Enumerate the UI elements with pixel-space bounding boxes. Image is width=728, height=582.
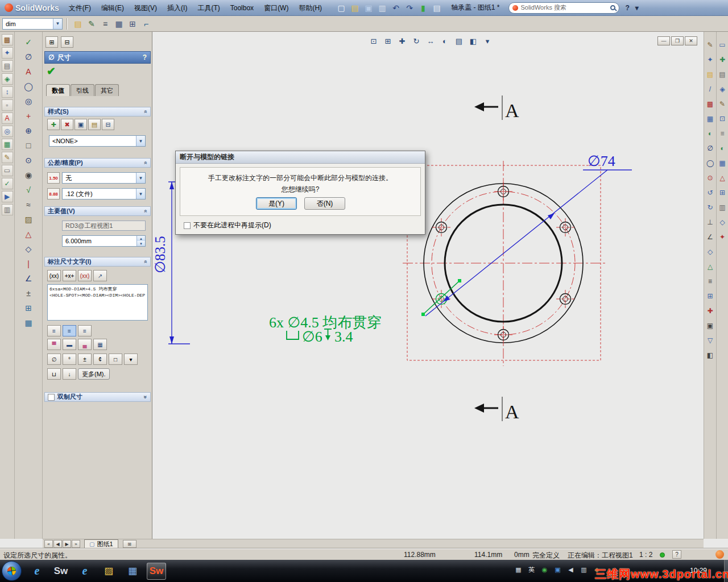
solidworks-quicklaunch-icon[interactable]: Sw [51, 563, 71, 580]
menu-file[interactable]: 文件(F) [64, 2, 96, 14]
right-tool-icon[interactable]: ◯ [705, 158, 715, 168]
general-table-icon[interactable]: ▦ [21, 316, 36, 329]
load-style-icon[interactable]: ▤ [88, 119, 101, 130]
network-tray-icon[interactable]: ▥ [579, 565, 589, 575]
solidworks-taskbar-button[interactable]: Sw [147, 563, 166, 580]
toolbar-collapse-icon[interactable]: ▾ [635, 4, 639, 12]
add-style-icon[interactable]: ✚ [47, 119, 60, 130]
collapse-chevron-icon[interactable]: » [143, 210, 149, 213]
shaded-display-icon[interactable]: ◐ [439, 35, 451, 47]
graphics-area[interactable]: ∅74 ∅83.5 6x ∅4.5 均布贯穿 ∅6 [152, 32, 704, 539]
right-tool-icon[interactable]: △ [705, 261, 715, 272]
zoom-area-icon[interactable]: ⊞ [382, 35, 394, 47]
counterbore-depth-text[interactable]: 3.4 [334, 329, 353, 345]
spin-down-icon[interactable]: ▼ [136, 241, 145, 246]
dim-value-button[interactable]: (xx) [47, 270, 61, 281]
rotate-view-icon[interactable]: ↻ [410, 35, 423, 47]
yes-button[interactable]: 是(Y) [256, 197, 297, 210]
search-input[interactable] [520, 5, 608, 11]
panel-strip-icon[interactable]: ✦ [717, 232, 727, 242]
dropdown-arrow-icon[interactable]: ▼ [136, 189, 145, 199]
doc-close-button[interactable]: ✕ [685, 36, 697, 45]
centerline-icon[interactable]: ∣ [21, 257, 36, 270]
dialog-title-bar[interactable]: 断开与模型的链接 [176, 151, 425, 164]
tolerance-type-dropdown[interactable]: 无 ▼ [62, 172, 146, 184]
left-strip-icon[interactable]: A [2, 113, 13, 124]
style-dropdown[interactable]: <NONE> ▼ [49, 135, 146, 147]
degree-symbol-button[interactable]: ° [63, 354, 76, 365]
surface-finish-icon[interactable]: √ [21, 183, 36, 196]
dim-prefix-button[interactable]: +x+ [63, 270, 76, 281]
more-symbols-dropdown[interactable]: ▾ [124, 354, 138, 365]
centerline-symbol-button[interactable]: ¢ [93, 354, 107, 365]
dual-dimension-section-header[interactable]: 双制尺寸 » [44, 392, 151, 402]
dimension-text-box[interactable]: 6xsa<MOD-DIAM>4.5 均布贯穿 <HOLE-SPOT><MOD-D… [47, 284, 148, 321]
folder-quicklaunch-icon[interactable]: ▨ [99, 563, 118, 580]
options-list-icon[interactable]: ▤ [431, 2, 443, 14]
right-tool-icon[interactable]: ◐ [705, 128, 715, 139]
menu-insert[interactable]: 插入(I) [162, 2, 192, 14]
spin-up-icon[interactable]: ▲ [136, 236, 145, 241]
dimension-name-field[interactable]: RD3@工程视图1 [62, 221, 146, 231]
left-strip-icon[interactable]: ◈ [2, 73, 13, 85]
redo-icon[interactable]: ↷ [403, 2, 416, 14]
left-strip-icon[interactable]: ↕ [2, 86, 13, 98]
panel-strip-icon[interactable]: ▥ [717, 202, 727, 213]
justify-top-button[interactable]: ▀ [47, 339, 61, 350]
center-mark-icon[interactable]: + [21, 109, 36, 122]
open-style-folder-icon[interactable]: ▤ [71, 18, 85, 30]
view-settings-dropdown-icon[interactable]: ▾ [481, 35, 494, 47]
panel-strip-icon[interactable]: ✎ [717, 99, 727, 109]
table-format-icon[interactable]: ▦ [112, 18, 126, 30]
panel-strip-icon[interactable]: ≡ [717, 128, 727, 139]
zoom-inout-icon[interactable]: ✚ [396, 35, 408, 47]
dim-74-text[interactable]: ∅74 [588, 153, 615, 169]
panel-strip-icon[interactable]: ◐ [717, 143, 727, 153]
add-sheet-button[interactable]: ⊞ [123, 540, 136, 548]
update-tray-icon[interactable]: ▣ [553, 565, 562, 575]
right-tool-icon[interactable]: ▽ [705, 335, 715, 346]
menu-view[interactable]: 视图(V) [129, 2, 162, 14]
sheet-tab[interactable]: ▢ 图纸1 [84, 539, 118, 548]
balloon-icon[interactable]: ◯ [21, 80, 36, 93]
dim-suffix-button[interactable]: (xx) [78, 270, 92, 281]
plusminus-symbol-button[interactable]: ± [78, 354, 92, 365]
dim-83-5-text[interactable]: ∅83.5 [152, 236, 168, 273]
panel-strip-icon[interactable]: ✚ [717, 55, 727, 65]
panel-strip-icon[interactable]: ▭ [717, 40, 727, 50]
left-strip-icon[interactable]: ▩ [2, 34, 13, 45]
weld-symbol-icon[interactable]: ≈ [21, 198, 36, 211]
right-tool-icon[interactable]: ⊥ [705, 217, 715, 227]
status-help-button[interactable]: ? [672, 550, 681, 559]
dual-dimension-checkbox[interactable] [48, 394, 55, 401]
panel-strip-icon[interactable]: △ [717, 173, 727, 183]
dropdown-arrow-icon[interactable]: ▼ [136, 136, 145, 146]
panel-strip-icon[interactable]: ▦ [717, 158, 727, 168]
justify-bottom-button[interactable]: ▄ [78, 339, 92, 350]
right-tool-icon[interactable]: ▩ [705, 99, 715, 109]
doc-minimize-button[interactable]: — [657, 36, 670, 45]
block-icon[interactable]: ◇ [21, 242, 36, 255]
right-tool-icon[interactable]: ∠ [705, 232, 715, 242]
menu-help[interactable]: 帮助(H) [293, 2, 327, 14]
prev-sheet-button[interactable]: ◀ [53, 540, 62, 548]
dim-diameter-74[interactable] [425, 170, 632, 316]
square-symbol-button[interactable]: □ [109, 354, 122, 365]
pm-tab-value[interactable]: 数值 [46, 84, 70, 96]
drawing-sheet[interactable]: ∅74 ∅83.5 6x ∅4.5 均布贯穿 ∅6 [152, 32, 704, 539]
dont-ask-checkbox[interactable] [184, 222, 191, 229]
section-view-icon[interactable]: ◧ [467, 35, 479, 47]
datum-target-icon[interactable]: ⊙ [21, 153, 36, 167]
pan-icon[interactable]: ↔ [424, 35, 437, 47]
section-mark-top[interactable]: A [474, 95, 519, 121]
collapse-chevron-icon[interactable]: » [143, 110, 149, 114]
appearance-tab-icon[interactable]: ⊟ [61, 36, 73, 48]
combo-dropdown-icon[interactable]: ▼ [53, 19, 62, 29]
auto-balloon-icon[interactable]: ◎ [21, 94, 36, 107]
antivirus-tray-icon[interactable]: ◉ [540, 565, 549, 575]
pm-tab-other[interactable]: 其它 [95, 84, 119, 96]
menu-toolbox[interactable]: Toolbox [225, 2, 259, 14]
undo-icon[interactable]: ↶ [390, 2, 402, 14]
left-strip-icon[interactable]: ▭ [2, 165, 13, 176]
dimension-text-section-header[interactable]: 标注尺寸文字(I) » [44, 257, 151, 267]
